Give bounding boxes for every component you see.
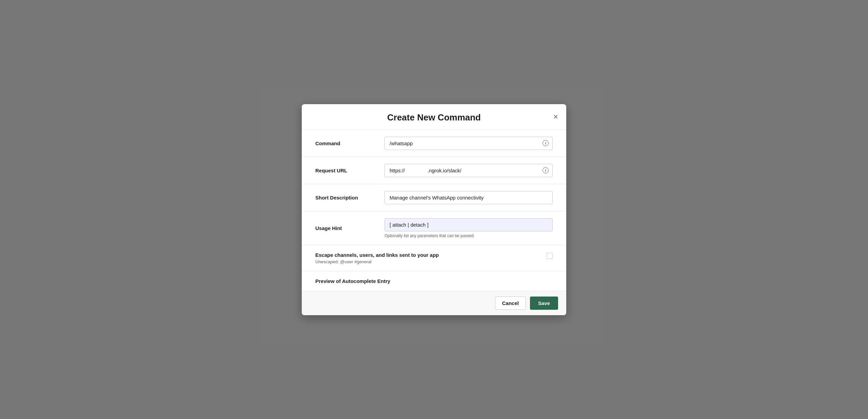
modal-dialog: Create New Command × Command i Request U…	[302, 104, 566, 315]
modal-footer: Cancel Save	[302, 291, 566, 315]
modal-header: Create New Command ×	[302, 104, 566, 130]
request-url-input[interactable]	[384, 164, 553, 177]
command-info-icon[interactable]: i	[542, 140, 549, 146]
cancel-button[interactable]: Cancel	[495, 297, 526, 310]
escape-checkbox-wrapper	[547, 253, 553, 260]
modal-body: Command i Request URL i	[302, 130, 566, 291]
usage-hint-description: Optionally list any parameters that can …	[384, 233, 553, 238]
usage-hint-section: Usage Hint Optionally list any parameter…	[302, 211, 566, 245]
usage-hint-field: Optionally list any parameters that can …	[384, 218, 553, 238]
command-field: i	[384, 137, 553, 150]
escape-label: Escape channels, users, and links sent t…	[315, 252, 541, 258]
short-description-label: Short Description	[315, 195, 376, 201]
preview-label: Preview of Autocomplete Entry	[315, 278, 553, 284]
escape-checkbox[interactable]	[547, 253, 553, 259]
preview-section: Preview of Autocomplete Entry	[302, 271, 566, 291]
command-label: Command	[315, 140, 376, 146]
command-section: Command i	[302, 130, 566, 157]
escape-description: Unescaped: @user #general	[315, 259, 541, 264]
short-description-field	[384, 191, 553, 204]
usage-hint-label: Usage Hint	[315, 225, 376, 231]
escape-row: Escape channels, users, and links sent t…	[315, 252, 553, 264]
request-url-section: Request URL i	[302, 157, 566, 184]
request-url-info-icon[interactable]: i	[542, 167, 549, 173]
escape-content: Escape channels, users, and links sent t…	[315, 252, 541, 264]
request-url-field: i	[384, 164, 553, 177]
short-description-input[interactable]	[384, 191, 553, 204]
request-url-label: Request URL	[315, 168, 376, 173]
request-url-row: Request URL i	[315, 164, 553, 177]
short-description-row: Short Description	[315, 191, 553, 204]
save-button[interactable]: Save	[530, 297, 558, 310]
modal-title: Create New Command	[313, 112, 555, 123]
command-input[interactable]	[384, 137, 553, 150]
escape-section: Escape channels, users, and links sent t…	[302, 245, 566, 271]
usage-hint-row: Usage Hint Optionally list any parameter…	[315, 218, 553, 238]
modal-overlay: Create New Command × Command i Request U…	[0, 0, 868, 419]
short-description-section: Short Description	[302, 184, 566, 211]
close-button[interactable]: ×	[552, 111, 559, 122]
command-row: Command i	[315, 137, 553, 150]
usage-hint-input[interactable]	[384, 218, 553, 231]
